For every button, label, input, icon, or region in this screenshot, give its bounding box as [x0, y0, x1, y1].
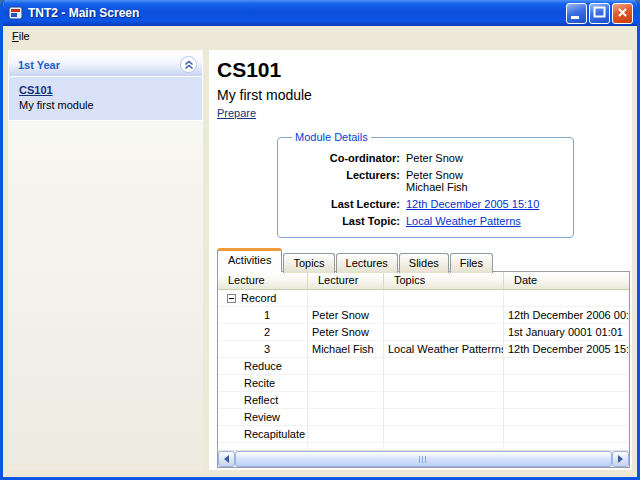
- topics-cell: [384, 324, 504, 341]
- topics-cell: [384, 375, 504, 392]
- lecture-cell: Record: [218, 290, 308, 307]
- window-controls: [566, 3, 633, 24]
- close-button[interactable]: [612, 3, 633, 24]
- lecturer-name: Michael Fish: [406, 181, 563, 193]
- tab-activities[interactable]: Activities: [217, 248, 282, 272]
- last-lecture-link[interactable]: 12th December 2005 15:10: [406, 198, 539, 210]
- lecture-cell: 2: [218, 324, 308, 341]
- lecturer-cell: Michael Fish: [308, 341, 384, 358]
- topics-cell: [384, 358, 504, 375]
- year-panel-body: CS101 My first module: [9, 76, 202, 120]
- topics-cell: [384, 392, 504, 409]
- table-row[interactable]: 2 Peter Snow 1st January 0001 01:01: [218, 324, 629, 341]
- tab-lectures[interactable]: Lectures: [336, 253, 398, 273]
- coordinator-value: Peter Snow: [406, 152, 563, 164]
- detail-row: Last Topic: Local Weather Patterns: [288, 215, 563, 227]
- horizontal-scrollbar[interactable]: [218, 450, 629, 467]
- last-topic-label: Last Topic:: [288, 215, 400, 227]
- page-title: CS101: [217, 58, 630, 82]
- maximize-button[interactable]: [589, 3, 610, 24]
- topics-cell: Local Weather Patterrns: [384, 341, 504, 358]
- last-lecture-label: Last Lecture:: [288, 198, 400, 210]
- menubar: File: [3, 26, 637, 47]
- table-row[interactable]: 3 Michael Fish Local Weather Patterrns 1…: [218, 341, 629, 358]
- year-panel-header[interactable]: 1st Year: [9, 53, 202, 76]
- lecturer-cell: Peter Snow: [308, 324, 384, 341]
- app-window: TNT2 - Main Screen File 1st Year: [0, 0, 640, 480]
- coordinator-label: Co-ordinator:: [288, 152, 400, 164]
- titlebar[interactable]: TNT2 - Main Screen: [3, 0, 637, 26]
- date-cell: [504, 375, 629, 392]
- arrow-left-icon: [224, 455, 229, 463]
- scrollbar-thumb[interactable]: [235, 451, 612, 467]
- topics-cell: [384, 409, 504, 426]
- tab-topics[interactable]: Topics: [283, 253, 334, 273]
- table-row[interactable]: Reflect: [218, 392, 629, 409]
- date-cell: [504, 358, 629, 375]
- detail-row: Lecturers: Peter Snow Michael Fish: [288, 169, 563, 193]
- date-cell: 1st January 0001 01:01: [504, 324, 629, 341]
- menu-file[interactable]: File: [5, 28, 37, 45]
- sidebar: 1st Year CS101 My first module: [8, 50, 203, 470]
- module-details-legend: Module Details: [292, 131, 371, 143]
- year-panel-title: 1st Year: [18, 59, 60, 71]
- column-header-lecturer[interactable]: Lecturer: [308, 272, 384, 289]
- lecturer-cell: [308, 392, 384, 409]
- table-row[interactable]: Review: [218, 409, 629, 426]
- scroll-left-button[interactable]: [218, 451, 235, 467]
- scrollbar-track[interactable]: [235, 451, 612, 467]
- detail-row: Co-ordinator: Peter Snow: [288, 152, 563, 164]
- lecturer-cell: Peter Snow: [308, 307, 384, 324]
- main-panel: CS101 My first module Prepare Module Det…: [209, 50, 632, 470]
- tab-files[interactable]: Files: [450, 253, 493, 273]
- year-panel: 1st Year CS101 My first module: [8, 52, 203, 121]
- lecturer-cell: [308, 409, 384, 426]
- date-cell: [504, 409, 629, 426]
- topics-cell: [384, 290, 504, 307]
- date-cell: [504, 392, 629, 409]
- scrollbar-grip-icon: [419, 456, 428, 463]
- lecturer-name: Peter Snow: [406, 169, 563, 181]
- table-filler: [218, 443, 629, 450]
- module-details-groupbox: Module Details Co-ordinator: Peter Snow …: [277, 131, 574, 238]
- topics-cell: [384, 426, 504, 443]
- lecture-cell: Reflect: [218, 392, 308, 409]
- date-cell: 12th December 2005 15:10: [504, 341, 629, 358]
- group-label: Record: [241, 291, 276, 306]
- sidebar-module-link[interactable]: CS101: [19, 84, 53, 96]
- collapse-icon[interactable]: [227, 294, 236, 303]
- minimize-button[interactable]: [566, 3, 587, 24]
- tabstrip: Activities Topics Lectures Slides Files: [217, 248, 630, 271]
- tab-slides[interactable]: Slides: [399, 253, 449, 273]
- column-header-topics[interactable]: Topics: [384, 272, 504, 289]
- table-row[interactable]: 1 Peter Snow 12th December 2006 00:12: [218, 307, 629, 324]
- lecturers-value: Peter Snow Michael Fish: [406, 169, 563, 193]
- table-row[interactable]: Record: [218, 290, 629, 307]
- lecture-cell: Recapitulate: [218, 426, 308, 443]
- activities-grid: Lecture Lecturer Topics Date Record: [217, 271, 630, 468]
- table-row[interactable]: Reduce: [218, 358, 629, 375]
- column-header-lecture[interactable]: Lecture: [218, 272, 308, 289]
- date-cell: [504, 290, 629, 307]
- lecture-cell: Reduce: [218, 358, 308, 375]
- lecture-cell: 1: [218, 307, 308, 324]
- page-subtitle: My first module: [217, 87, 630, 103]
- lecturer-cell: [308, 290, 384, 307]
- lecturer-cell: [308, 358, 384, 375]
- table-row[interactable]: Recite: [218, 375, 629, 392]
- table-row[interactable]: Recapitulate: [218, 426, 629, 443]
- chevron-up-icon[interactable]: [180, 56, 197, 73]
- date-cell: [504, 426, 629, 443]
- last-topic-link[interactable]: Local Weather Patterns: [406, 215, 521, 227]
- detail-row: Last Lecture: 12th December 2005 15:10: [288, 198, 563, 210]
- app-icon: [8, 5, 24, 21]
- lecture-cell: Review: [218, 409, 308, 426]
- lecturer-cell: [308, 426, 384, 443]
- column-header-date[interactable]: Date: [504, 272, 629, 289]
- prepare-link[interactable]: Prepare: [217, 107, 256, 119]
- lecturer-cell: [308, 375, 384, 392]
- date-cell: 12th December 2006 00:12: [504, 307, 629, 324]
- lecture-cell: 3: [218, 341, 308, 358]
- scroll-right-button[interactable]: [612, 451, 629, 467]
- grid-header: Lecture Lecturer Topics Date: [218, 272, 629, 290]
